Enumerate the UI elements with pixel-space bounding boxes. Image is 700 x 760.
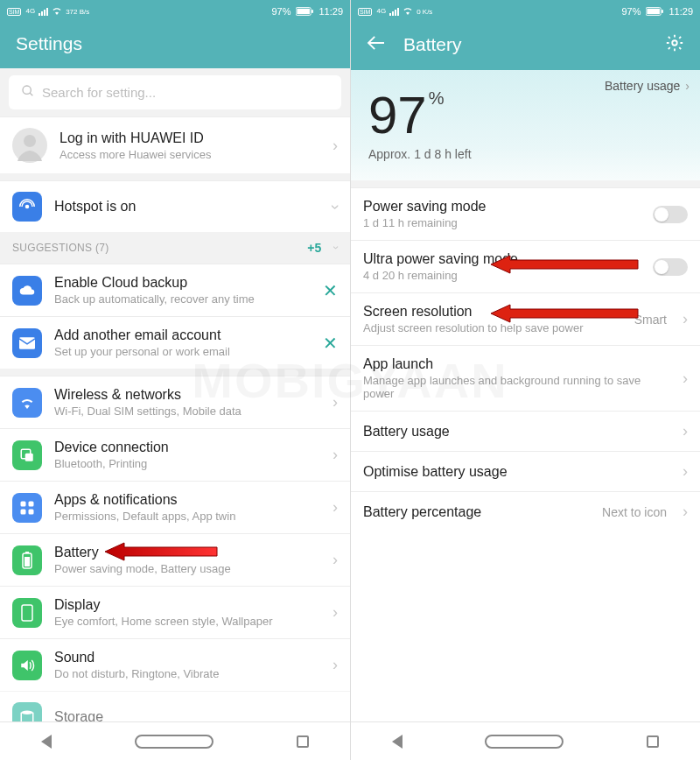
- gear-icon[interactable]: [665, 33, 684, 56]
- suggestions-label: SUGGESTIONS (7): [12, 242, 109, 254]
- power-saving-mode-row[interactable]: Power saving mode 1 d 11 h remaining: [351, 187, 700, 240]
- row-title: Battery usage: [363, 424, 670, 440]
- row-sub: Eye comfort, Home screen style, Wallpape…: [54, 615, 320, 628]
- row-sub: Manage app launches and background runni…: [363, 374, 670, 400]
- wireless-networks-row[interactable]: Wireless & networks Wi-Fi, Dual SIM sett…: [0, 376, 350, 428]
- ultra-power-saving-mode-row[interactable]: Ultra power saving mode 4 d 20 h remaini…: [351, 240, 700, 292]
- login-title: Log in with HUAWEI ID: [60, 130, 320, 146]
- wifi-icon: [12, 388, 42, 418]
- suggestion-cloud-backup[interactable]: Enable Cloud backup Back up automaticall…: [0, 264, 350, 316]
- nav-bar: [351, 721, 700, 760]
- battery-row[interactable]: Battery Power saving mode, Battery usage…: [0, 533, 350, 586]
- recent-nav-button[interactable]: [297, 735, 309, 748]
- device-connection-row[interactable]: Device connection Bluetooth, Printing ›: [0, 428, 350, 481]
- wifi-icon: [402, 6, 413, 17]
- signal-icon: [389, 7, 399, 16]
- svg-point-7: [25, 205, 30, 209]
- row-title: Screen resolution: [363, 304, 622, 320]
- svg-rect-13: [21, 509, 26, 514]
- screen-resolution-row[interactable]: Screen resolution Adjust screen resoluti…: [351, 292, 700, 345]
- email-icon: [12, 328, 42, 358]
- app-launch-row[interactable]: App launch Manage app launches and backg…: [351, 345, 700, 411]
- optimise-battery-row[interactable]: Optimise battery usage ›: [351, 451, 700, 491]
- search-icon: [21, 84, 35, 101]
- search-placeholder: Search for setting...: [42, 85, 156, 100]
- suggestions-header[interactable]: SUGGESTIONS (7) +5 ›: [0, 232, 350, 264]
- battery-pct: 97%: [621, 6, 640, 17]
- row-title: Battery: [54, 545, 320, 560]
- page-title: Battery: [403, 34, 462, 55]
- battery-percent-value: 97%: [368, 89, 682, 142]
- lte-label: 4G: [376, 8, 386, 15]
- battery-remaining: Approx. 1 d 8 h left: [368, 147, 682, 161]
- recent-nav-button[interactable]: [647, 735, 659, 748]
- search-input[interactable]: Search for setting...: [9, 75, 341, 109]
- svg-rect-17: [24, 557, 30, 566]
- row-title: Add another email account: [54, 327, 311, 343]
- sim1-indicator: SIM: [358, 8, 372, 16]
- dismiss-button[interactable]: ✕: [323, 280, 338, 301]
- chevron-right-icon: ›: [332, 498, 338, 517]
- chevron-right-icon: ›: [332, 137, 338, 155]
- svg-rect-23: [662, 10, 664, 13]
- suggestion-add-email[interactable]: Add another email account Set up your pe…: [0, 316, 350, 369]
- chevron-down-icon: ›: [326, 204, 345, 209]
- row-title: Ultra power saving mode: [363, 251, 640, 267]
- row-sub: Permissions, Default apps, App twin: [54, 510, 320, 523]
- avatar-icon: [12, 128, 47, 163]
- svg-rect-22: [648, 9, 661, 14]
- back-nav-button[interactable]: [41, 735, 52, 749]
- row-sub: Bluetooth, Printing: [54, 457, 320, 470]
- row-sub: Adjust screen resolution to help save po…: [363, 321, 622, 334]
- dismiss-button[interactable]: ✕: [323, 333, 338, 354]
- wifi-icon: [52, 6, 62, 17]
- home-nav-button[interactable]: [485, 735, 564, 749]
- cloud-backup-icon: [12, 276, 42, 306]
- apps-notifications-row[interactable]: Apps & notifications Permissions, Defaul…: [0, 481, 350, 533]
- battery-icon: [296, 7, 313, 16]
- toggle-switch[interactable]: [653, 206, 688, 223]
- back-nav-button[interactable]: [392, 735, 402, 749]
- row-title: Sound: [54, 650, 320, 665]
- row-title: App launch: [363, 356, 670, 372]
- battery-header: Battery: [351, 23, 700, 70]
- back-button[interactable]: [367, 35, 386, 55]
- hotspot-row[interactable]: Hotspot is on ›: [0, 180, 350, 232]
- row-title: Wireless & networks: [54, 387, 320, 403]
- battery-percentage-row[interactable]: Battery percentage Next to icon ›: [351, 491, 700, 531]
- net-speed-2: 0 K/s: [416, 8, 432, 16]
- row-title: Battery percentage: [363, 504, 590, 520]
- suggestions-more: +5: [307, 241, 322, 255]
- chevron-right-icon: ›: [685, 79, 690, 93]
- svg-rect-2: [312, 10, 314, 13]
- svg-point-19: [21, 711, 33, 715]
- status-bar: SIM 4G 0 K/s 97% 11:29: [351, 0, 700, 23]
- battery-usage-row[interactable]: Battery usage ›: [351, 411, 700, 451]
- svg-rect-10: [25, 453, 33, 461]
- battery-screen: SIM 4G 0 K/s 97% 11:29 Battery Battery u…: [350, 0, 700, 760]
- chevron-right-icon: ›: [682, 422, 688, 440]
- chevron-right-icon: ›: [682, 310, 688, 328]
- login-row[interactable]: Log in with HUAWEI ID Access more Huawei…: [0, 116, 350, 173]
- row-sub: Power saving mode, Battery usage: [54, 562, 320, 575]
- battery-usage-link[interactable]: Battery usage ›: [605, 79, 690, 93]
- login-sub: Access more Huawei services: [60, 148, 320, 161]
- row-title: Power saving mode: [363, 199, 640, 215]
- svg-point-6: [24, 135, 36, 147]
- svg-rect-18: [22, 605, 32, 621]
- toggle-switch[interactable]: [653, 258, 688, 276]
- svg-rect-12: [29, 501, 34, 506]
- row-sub: Do not disturb, Ringtone, Vibrate: [54, 667, 320, 680]
- chevron-right-icon: ›: [332, 446, 338, 464]
- settings-screen: SIM 4G 372 B/s 97% 11:29 Settings Search…: [0, 0, 350, 760]
- chevron-right-icon: ›: [682, 503, 688, 521]
- chevron-right-icon: ›: [682, 462, 688, 481]
- home-nav-button[interactable]: [135, 735, 214, 749]
- battery-summary: Battery usage › 97% Approx. 1 d 8 h left: [351, 70, 700, 180]
- row-sub: Wi-Fi, Dual SIM settings, Mobile data: [54, 405, 320, 418]
- row-sub: Back up automatically, recover any time: [54, 292, 311, 306]
- display-row[interactable]: Display Eye comfort, Home screen style, …: [0, 586, 350, 638]
- hotspot-title: Hotspot is on: [54, 199, 320, 215]
- sound-row[interactable]: Sound Do not disturb, Ringtone, Vibrate …: [0, 638, 350, 691]
- row-value: Smart: [634, 313, 667, 327]
